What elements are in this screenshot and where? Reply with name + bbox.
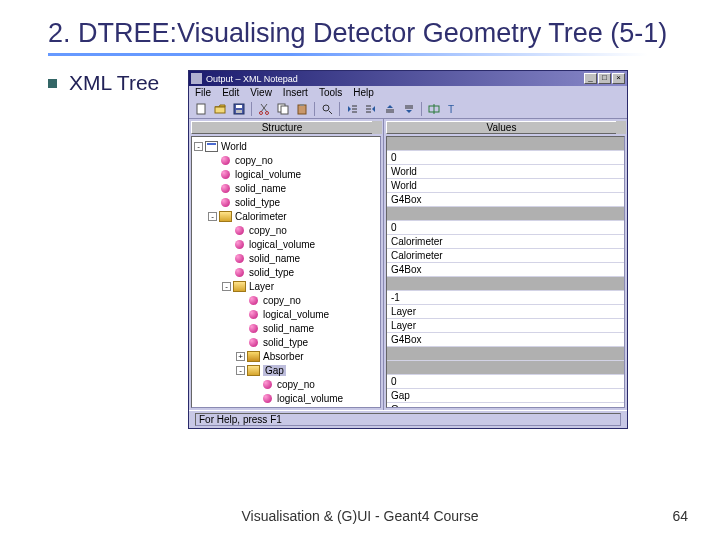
tree-spacer	[208, 184, 217, 193]
structure-header[interactable]: Structure	[191, 121, 373, 134]
value-row[interactable]	[387, 277, 624, 291]
value-row[interactable]: 0	[387, 221, 624, 235]
tree-node[interactable]: copy_no	[192, 293, 380, 307]
attribute-icon	[249, 310, 258, 319]
value-row[interactable]: Layer	[387, 319, 624, 333]
xml-notepad-window: Output – XML Notepad _ □ × File Edit Vie…	[188, 70, 628, 429]
tree-spacer	[236, 338, 245, 347]
values-list[interactable]: 0WorldWorldG4Box0CalorimeterCalorimeterG…	[386, 136, 625, 408]
value-row[interactable]: Layer	[387, 305, 624, 319]
tree-node[interactable]: -World	[192, 139, 380, 153]
attribute-icon	[221, 184, 230, 193]
svg-rect-4	[236, 110, 242, 113]
value-row[interactable]	[387, 137, 624, 151]
tree-node[interactable]: logical_volume	[192, 307, 380, 321]
menu-view[interactable]: View	[250, 87, 272, 98]
svg-text:T: T	[448, 104, 454, 115]
tree-node[interactable]: copy_no	[192, 153, 380, 167]
app-icon	[191, 73, 202, 84]
tree-node[interactable]: -Calorimeter	[192, 209, 380, 223]
values-header[interactable]: Values	[386, 121, 617, 134]
tree-node-label: copy_no	[263, 295, 301, 306]
value-row[interactable]: Gap	[387, 389, 624, 403]
attribute-icon	[235, 240, 244, 249]
tree-node[interactable]: logical_volume	[192, 237, 380, 251]
tree-node[interactable]: +Absorber	[192, 349, 380, 363]
svg-rect-10	[300, 104, 304, 106]
document-icon	[205, 141, 218, 152]
tree-node[interactable]: solid_name	[192, 321, 380, 335]
svg-point-11	[323, 105, 329, 111]
attribute-icon	[235, 226, 244, 235]
attribute-icon	[221, 170, 230, 179]
collapse-icon[interactable]: -	[194, 142, 203, 151]
tree-node-label: solid_name	[277, 407, 328, 409]
cut-icon[interactable]	[256, 101, 272, 116]
tree-node[interactable]: solid_type	[192, 265, 380, 279]
maximize-button[interactable]: □	[598, 73, 611, 84]
minimize-button[interactable]: _	[584, 73, 597, 84]
tree-node[interactable]: logical_volume	[192, 391, 380, 405]
value-row[interactable]: World	[387, 179, 624, 193]
indent-right-icon[interactable]	[363, 101, 379, 116]
tree-node-label: solid_name	[235, 183, 286, 194]
value-row[interactable]: G4Box	[387, 193, 624, 207]
move-down-icon[interactable]	[401, 101, 417, 116]
tree-node[interactable]: logical_volume	[192, 167, 380, 181]
structure-tree[interactable]: -Worldcopy_nological_volumesolid_namesol…	[191, 136, 381, 408]
collapse-icon[interactable]: -	[222, 282, 231, 291]
value-row[interactable]: Calorimeter	[387, 249, 624, 263]
indent-left-icon[interactable]	[344, 101, 360, 116]
value-row[interactable]: G4Box	[387, 263, 624, 277]
value-row[interactable]	[387, 207, 624, 221]
tree-node[interactable]: -Gap	[192, 363, 380, 377]
tree-spacer	[208, 156, 217, 165]
tree-node[interactable]: solid_name	[192, 181, 380, 195]
search-icon[interactable]	[319, 101, 335, 116]
value-row[interactable]: 0	[387, 151, 624, 165]
menu-insert[interactable]: Insert	[283, 87, 308, 98]
tree-spacer	[222, 254, 231, 263]
menu-help[interactable]: Help	[353, 87, 374, 98]
new-icon[interactable]	[193, 101, 209, 116]
menu-tools[interactable]: Tools	[319, 87, 342, 98]
collapse-icon[interactable]: -	[208, 212, 217, 221]
window-titlebar[interactable]: Output – XML Notepad _ □ ×	[189, 71, 627, 86]
save-icon[interactable]	[231, 101, 247, 116]
tree-node-label: solid_type	[235, 197, 280, 208]
toolbar-separator	[421, 102, 422, 116]
copy-icon[interactable]	[275, 101, 291, 116]
attribute-icon	[221, 198, 230, 207]
svg-rect-1	[215, 107, 225, 113]
tree-node[interactable]: solid_type	[192, 335, 380, 349]
value-row[interactable]	[387, 361, 624, 375]
menu-edit[interactable]: Edit	[222, 87, 239, 98]
tree-node[interactable]: solid_type	[192, 195, 380, 209]
paste-icon[interactable]	[294, 101, 310, 116]
tree-node-label: solid_name	[263, 323, 314, 334]
move-up-icon[interactable]	[382, 101, 398, 116]
value-row[interactable]: 0	[387, 375, 624, 389]
tree-node[interactable]: -Layer	[192, 279, 380, 293]
open-icon[interactable]	[212, 101, 228, 116]
bullet-item: XML Tree	[48, 70, 188, 429]
tree-node[interactable]: solid_name	[192, 251, 380, 265]
value-row[interactable]: Gap	[387, 403, 624, 408]
tree-spacer	[222, 240, 231, 249]
tree-node[interactable]: copy_no	[192, 223, 380, 237]
value-row[interactable]	[387, 347, 624, 361]
tree-node-label: copy_no	[277, 379, 315, 390]
close-button[interactable]: ×	[612, 73, 625, 84]
value-row[interactable]: -1	[387, 291, 624, 305]
expand-icon[interactable]: +	[236, 352, 245, 361]
tree-node[interactable]: copy_no	[192, 377, 380, 391]
tree-node[interactable]: solid_name	[192, 405, 380, 408]
value-row[interactable]: Calorimeter	[387, 235, 624, 249]
menu-file[interactable]: File	[195, 87, 211, 98]
value-row[interactable]: G4Box	[387, 333, 624, 347]
insert-text-icon[interactable]: T	[445, 101, 461, 116]
value-row[interactable]: World	[387, 165, 624, 179]
collapse-icon[interactable]: -	[236, 366, 245, 375]
insert-element-icon[interactable]	[426, 101, 442, 116]
attribute-icon	[249, 338, 258, 347]
